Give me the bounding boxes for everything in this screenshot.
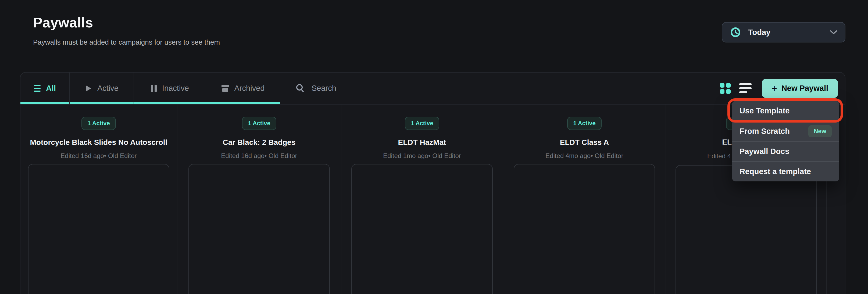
list-view-button[interactable]: [739, 83, 752, 93]
tab-label: Inactive: [162, 84, 189, 93]
menu-item-request-template[interactable]: Request a template: [732, 161, 839, 182]
card-title: Car Black: 2 Badges: [223, 138, 296, 147]
status-badge: 1 Active: [405, 117, 439, 130]
menu-item-label: Request a template: [740, 167, 811, 176]
paywall-preview-frame: [514, 164, 655, 294]
paywall-preview-frame: [188, 164, 330, 294]
paywall-card[interactable]: 1 Active Motorcycle Black Slides No Auto…: [21, 104, 178, 294]
list-view-icon: [739, 83, 752, 93]
paywalls-page: Paywalls Paywalls must be added to campa…: [0, 0, 868, 294]
paywall-card[interactable]: 1 Active ELDT Class A Edited 4mo ago• Ol…: [503, 104, 666, 294]
menu-item-paywall-docs[interactable]: Paywall Docs: [732, 141, 839, 161]
menu-item-use-template[interactable]: Use Template: [732, 101, 839, 121]
plus-icon: +: [772, 84, 777, 93]
card-title: Motorcycle Black Slides No Autoscroll: [30, 138, 167, 147]
page-title: Paywalls: [33, 14, 93, 31]
paywall-card[interactable]: 1 Active Car Black: 2 Badges Edited 16d …: [178, 104, 341, 294]
date-filter-button[interactable]: Today: [722, 22, 845, 42]
menu-item-label: Paywall Docs: [740, 147, 789, 156]
play-icon: [85, 85, 92, 92]
tab-bar: All Active Inactive: [21, 72, 845, 104]
menu-item-label: Use Template: [740, 106, 789, 115]
card-edited: Edited 16d ago• Old Editor: [221, 152, 297, 160]
view-controls: + New Paywall: [720, 72, 845, 104]
paywall-preview-frame: [28, 164, 169, 294]
tab-active[interactable]: Active: [70, 72, 134, 104]
grid-view-icon: [720, 83, 731, 94]
archive-icon: [221, 85, 229, 92]
tab-archived[interactable]: Archived: [206, 72, 280, 104]
search-input[interactable]: [312, 84, 500, 93]
new-paywall-label: New Paywall: [781, 84, 828, 93]
search-icon: [296, 84, 305, 93]
card-edited: Edited 1mo ago• Old Editor: [383, 152, 461, 160]
status-badge: 1 Active: [82, 117, 116, 130]
card-edited: Edited 4mo ago• Old Editor: [546, 152, 623, 160]
tab-inactive[interactable]: Inactive: [134, 72, 206, 104]
grid-view-button[interactable]: [720, 83, 731, 94]
card-edited: Edited 4: [707, 152, 731, 160]
date-filter-label: Today: [748, 28, 770, 37]
card-edited: Edited 16d ago• Old Editor: [60, 152, 136, 160]
new-badge: New: [808, 125, 832, 137]
pause-icon: [151, 85, 157, 92]
clock-icon: [730, 27, 741, 38]
paywall-grid: 1 Active Motorcycle Black Slides No Auto…: [21, 104, 845, 294]
new-paywall-menu: Use Template From Scratch New Paywall Do…: [732, 101, 839, 182]
card-title: EL: [722, 137, 732, 147]
paywalls-panel: All Active Inactive: [20, 72, 845, 294]
page-subtitle: Paywalls must be added to campaigns for …: [33, 38, 220, 46]
menu-item-from-scratch[interactable]: From Scratch New: [732, 121, 839, 141]
card-title: ELDT HazMat: [398, 138, 446, 147]
search-area: [280, 72, 720, 104]
status-badge: 1 Active: [242, 117, 276, 130]
tab-label: Archived: [235, 84, 265, 93]
card-title: ELDT Class A: [560, 138, 609, 147]
list-lines-icon: [34, 85, 40, 92]
tab-all[interactable]: All: [21, 72, 70, 104]
active-tab-underline: [21, 102, 69, 104]
paywall-card[interactable]: 1 Active ELDT HazMat Edited 1mo ago• Old…: [341, 104, 503, 294]
new-paywall-button[interactable]: + New Paywall: [762, 79, 838, 98]
menu-item-label: From Scratch: [740, 127, 790, 136]
paywall-preview-frame: [351, 164, 493, 294]
tab-label: Active: [97, 84, 119, 93]
chevron-down-icon: [830, 30, 837, 34]
tab-label: All: [46, 84, 56, 93]
status-badge: 1 Active: [567, 117, 601, 130]
paywall-preview-frame: [676, 165, 817, 294]
